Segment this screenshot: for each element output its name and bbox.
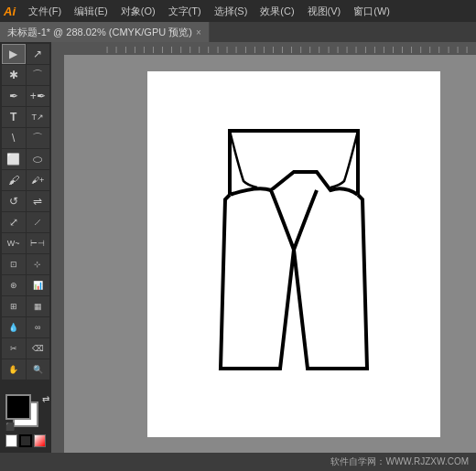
- direct-selection-btn[interactable]: ↗: [27, 44, 50, 64]
- swap-colors-icon[interactable]: ⇄: [42, 394, 49, 404]
- rotate-btn[interactable]: ↺: [2, 191, 26, 211]
- document-tab[interactable]: 未标题-1* @ 288.02% (CMYK/GPU 预览) ×: [0, 22, 210, 42]
- width-btn[interactable]: ⊢⊣: [27, 233, 50, 253]
- shear-btn[interactable]: ⟋: [27, 212, 50, 232]
- paintbrush-btn[interactable]: 🖌: [2, 170, 26, 190]
- pen-tool-btn[interactable]: ✒: [2, 86, 26, 106]
- warp-btn[interactable]: W~: [2, 233, 26, 253]
- blob-brush-btn[interactable]: 🖌+: [27, 170, 50, 190]
- ruler-marks-h: | | | | | | | | | | | | | | | | | | | |: [103, 42, 476, 55]
- free-transform-btn[interactable]: ⊡: [2, 254, 26, 274]
- canvas-with-ruler: | | | | | | | | | | | | | | | | | | | |: [51, 42, 476, 453]
- website-text: 软件自学网：WWW.RJZXW.COM: [330, 455, 469, 468]
- menu-bar: Ai 文件(F) 编辑(E) 对象(O) 文字(T) 选择(S) 效果(C) 视…: [0, 0, 476, 22]
- blend-btn[interactable]: ∞: [27, 317, 50, 337]
- vertical-ruler: [51, 55, 64, 453]
- arc-tool-btn[interactable]: ⌒: [27, 128, 50, 148]
- gradient-swatch-btn[interactable]: [34, 434, 46, 447]
- horizontal-ruler: | | | | | | | | | | | | | | | | | | | |: [51, 42, 476, 55]
- color-section: ⇄ ⬛: [2, 391, 49, 451]
- menu-items: 文件(F) 编辑(E) 对象(O) 文字(T) 选择(S) 效果(C) 视图(V…: [23, 3, 395, 20]
- rect-tool-btn[interactable]: ⬜: [2, 149, 26, 169]
- lasso-btn[interactable]: ⌒: [27, 65, 50, 85]
- touch-type-btn[interactable]: T↗: [27, 107, 50, 127]
- menu-select[interactable]: 选择(S): [209, 3, 254, 20]
- column-graph-btn[interactable]: 📊: [27, 275, 50, 295]
- scissors-btn[interactable]: ✂: [2, 338, 26, 359]
- hand-tool-btn[interactable]: ✋: [2, 359, 26, 380]
- symbol-sprayer-btn[interactable]: ⊛: [2, 275, 26, 295]
- menu-text[interactable]: 文字(T): [163, 3, 207, 20]
- line-tool-btn[interactable]: \: [2, 128, 26, 148]
- tab-close-button[interactable]: ×: [196, 27, 201, 37]
- reflect-btn[interactable]: ⇌: [27, 191, 50, 211]
- pants-artwork: [211, 117, 376, 391]
- gradient-btn[interactable]: ▦: [27, 296, 50, 316]
- default-colors-icon[interactable]: ⬛: [5, 423, 15, 431]
- stroke-btn[interactable]: [19, 434, 32, 447]
- menu-file[interactable]: 文件(F): [23, 3, 67, 20]
- type-tool-btn[interactable]: T: [2, 107, 26, 127]
- canvas-body: [51, 55, 476, 453]
- puppet-btn[interactable]: ⊹: [27, 254, 50, 274]
- app-logo: Ai: [4, 5, 16, 18]
- menu-window[interactable]: 窗口(W): [348, 3, 395, 20]
- fill-stroke-row: [5, 434, 46, 447]
- menu-edit[interactable]: 编辑(E): [69, 3, 114, 20]
- canvas-area[interactable]: [64, 55, 476, 453]
- magic-wand-btn[interactable]: ✱: [2, 65, 26, 85]
- fill-btn[interactable]: [5, 434, 17, 447]
- artboard: [147, 71, 440, 437]
- menu-effect[interactable]: 效果(C): [254, 3, 299, 20]
- menu-object[interactable]: 对象(O): [115, 3, 161, 20]
- tab-label: 未标题-1* @ 288.02% (CMYK/GPU 预览): [7, 26, 192, 39]
- menu-view[interactable]: 视图(V): [302, 3, 347, 20]
- mesh-btn[interactable]: ⊞: [2, 296, 26, 316]
- eyedropper-btn[interactable]: 💧: [2, 317, 26, 337]
- foreground-color-swatch[interactable]: [5, 394, 31, 420]
- color-swatches: ⇄ ⬛: [5, 394, 49, 431]
- add-anchor-btn[interactable]: +✒: [27, 86, 50, 106]
- zoom-tool-btn[interactable]: 🔍: [27, 359, 50, 380]
- ellipse-tool-btn[interactable]: ⬭: [27, 149, 50, 169]
- tab-bar: 未标题-1* @ 288.02% (CMYK/GPU 预览) ×: [0, 22, 476, 42]
- status-bar: 软件自学网：WWW.RJZXW.COM: [0, 453, 476, 471]
- main-area: ▶ ↗ ✱ ⌒ ✒ +✒ T T↗ \ ⌒ ⬜ ⬭ 🖌 🖌+ ↺ ⇌: [0, 42, 476, 453]
- scale-btn[interactable]: ⤢: [2, 212, 26, 232]
- selection-tool-btn[interactable]: ▶: [2, 44, 26, 64]
- left-toolbar: ▶ ↗ ✱ ⌒ ✒ +✒ T T↗ \ ⌒ ⬜ ⬭ 🖌 🖌+ ↺ ⇌: [0, 42, 51, 453]
- eraser-btn[interactable]: ⌫: [27, 338, 50, 359]
